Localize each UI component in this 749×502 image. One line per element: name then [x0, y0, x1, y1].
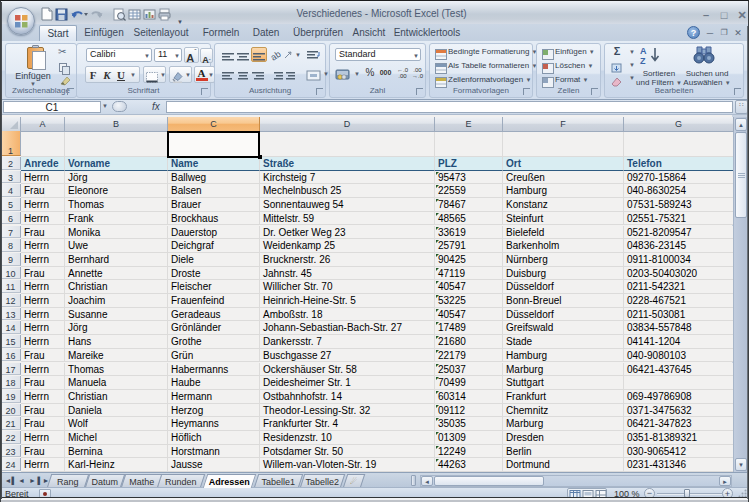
svg-text:Z: Z	[640, 56, 646, 66]
svg-text:A: A	[640, 46, 647, 56]
svg-text:ab: ab	[271, 49, 283, 62]
